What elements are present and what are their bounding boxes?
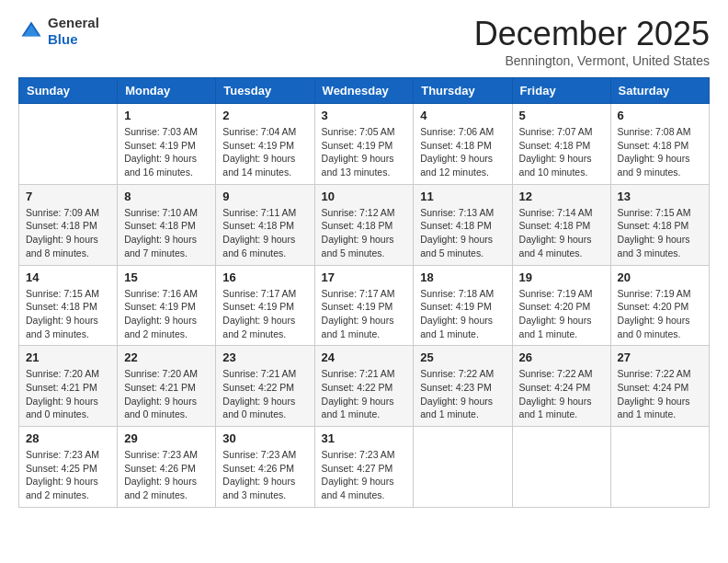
calendar-cell: 3Sunrise: 7:05 AMSunset: 4:19 PMDaylight… (314, 104, 414, 185)
day-info: Sunrise: 7:10 AMSunset: 4:18 PMDaylight:… (124, 206, 209, 260)
day-info: Sunrise: 7:11 AMSunset: 4:18 PMDaylight:… (222, 206, 307, 260)
day-info: Sunrise: 7:09 AMSunset: 4:18 PMDaylight:… (26, 206, 110, 260)
day-number: 30 (222, 431, 307, 445)
calendar-cell: 29Sunrise: 7:23 AMSunset: 4:26 PMDayligh… (118, 427, 216, 508)
day-info: Sunrise: 7:14 AMSunset: 4:18 PMDaylight:… (519, 206, 604, 260)
calendar-cell: 30Sunrise: 7:23 AMSunset: 4:26 PMDayligh… (216, 427, 314, 508)
day-number: 4 (420, 109, 505, 122)
calendar-cell: 27Sunrise: 7:22 AMSunset: 4:24 PMDayligh… (610, 346, 709, 427)
day-number: 11 (420, 190, 505, 203)
day-number: 14 (26, 270, 110, 284)
col-header-thursday: Thursday (414, 78, 512, 104)
day-info: Sunrise: 7:15 AMSunset: 4:18 PMDaylight:… (26, 287, 110, 341)
calendar-cell (19, 104, 118, 185)
day-info: Sunrise: 7:06 AMSunset: 4:18 PMDaylight:… (420, 125, 505, 179)
title-area: December 2025 Bennington, Vermont, Unite… (474, 15, 710, 68)
calendar-week-row: 28Sunrise: 7:23 AMSunset: 4:25 PMDayligh… (19, 427, 710, 508)
day-number: 26 (519, 350, 604, 364)
calendar-cell: 16Sunrise: 7:17 AMSunset: 4:19 PMDayligh… (216, 265, 314, 346)
day-info: Sunrise: 7:07 AMSunset: 4:18 PMDaylight:… (519, 125, 604, 179)
day-info: Sunrise: 7:19 AMSunset: 4:20 PMDaylight:… (618, 287, 702, 341)
day-number: 12 (519, 190, 604, 203)
calendar-cell: 7Sunrise: 7:09 AMSunset: 4:18 PMDaylight… (19, 184, 118, 265)
day-info: Sunrise: 7:03 AMSunset: 4:19 PMDaylight:… (124, 125, 209, 179)
day-info: Sunrise: 7:21 AMSunset: 4:22 PMDaylight:… (322, 367, 407, 421)
day-number: 21 (26, 350, 110, 364)
day-info: Sunrise: 7:04 AMSunset: 4:19 PMDaylight:… (222, 125, 307, 179)
calendar-cell: 5Sunrise: 7:07 AMSunset: 4:18 PMDaylight… (512, 104, 610, 185)
calendar-cell: 2Sunrise: 7:04 AMSunset: 4:19 PMDaylight… (216, 104, 314, 185)
day-info: Sunrise: 7:16 AMSunset: 4:19 PMDaylight:… (124, 287, 209, 341)
day-info: Sunrise: 7:21 AMSunset: 4:22 PMDaylight:… (222, 367, 307, 421)
day-number: 7 (26, 190, 110, 203)
day-number: 28 (26, 431, 110, 445)
page-header: General Blue December 2025 Bennington, V… (18, 15, 710, 68)
day-info: Sunrise: 7:23 AMSunset: 4:26 PMDaylight:… (222, 448, 307, 502)
calendar-cell: 25Sunrise: 7:22 AMSunset: 4:23 PMDayligh… (414, 346, 512, 427)
day-number: 17 (322, 270, 407, 284)
calendar-cell: 12Sunrise: 7:14 AMSunset: 4:18 PMDayligh… (512, 184, 610, 265)
day-info: Sunrise: 7:15 AMSunset: 4:18 PMDaylight:… (618, 206, 702, 260)
logo-icon (18, 18, 44, 44)
calendar-cell: 8Sunrise: 7:10 AMSunset: 4:18 PMDaylight… (118, 184, 216, 265)
calendar-cell (512, 427, 610, 508)
day-number: 20 (618, 270, 702, 284)
day-info: Sunrise: 7:20 AMSunset: 4:21 PMDaylight:… (26, 367, 110, 421)
day-info: Sunrise: 7:05 AMSunset: 4:19 PMDaylight:… (322, 125, 407, 179)
calendar-cell: 14Sunrise: 7:15 AMSunset: 4:18 PMDayligh… (19, 265, 118, 346)
calendar-cell: 10Sunrise: 7:12 AMSunset: 4:18 PMDayligh… (314, 184, 414, 265)
day-info: Sunrise: 7:08 AMSunset: 4:18 PMDaylight:… (618, 125, 702, 179)
calendar-week-row: 21Sunrise: 7:20 AMSunset: 4:21 PMDayligh… (19, 346, 710, 427)
calendar-cell: 15Sunrise: 7:16 AMSunset: 4:19 PMDayligh… (118, 265, 216, 346)
calendar-cell: 21Sunrise: 7:20 AMSunset: 4:21 PMDayligh… (19, 346, 118, 427)
day-info: Sunrise: 7:18 AMSunset: 4:19 PMDaylight:… (420, 287, 505, 341)
col-header-saturday: Saturday (610, 78, 709, 104)
calendar-cell (414, 427, 512, 508)
calendar-cell: 13Sunrise: 7:15 AMSunset: 4:18 PMDayligh… (610, 184, 709, 265)
location: Bennington, Vermont, United States (474, 53, 710, 68)
day-number: 23 (222, 350, 307, 364)
day-number: 1 (124, 109, 209, 122)
day-number: 5 (519, 109, 604, 122)
calendar-cell: 9Sunrise: 7:11 AMSunset: 4:18 PMDaylight… (216, 184, 314, 265)
day-info: Sunrise: 7:23 AMSunset: 4:27 PMDaylight:… (322, 448, 407, 502)
calendar-cell: 31Sunrise: 7:23 AMSunset: 4:27 PMDayligh… (314, 427, 414, 508)
day-number: 24 (322, 350, 407, 364)
calendar-cell: 19Sunrise: 7:19 AMSunset: 4:20 PMDayligh… (512, 265, 610, 346)
calendar-cell: 24Sunrise: 7:21 AMSunset: 4:22 PMDayligh… (314, 346, 414, 427)
calendar-cell: 26Sunrise: 7:22 AMSunset: 4:24 PMDayligh… (512, 346, 610, 427)
calendar-week-row: 1Sunrise: 7:03 AMSunset: 4:19 PMDaylight… (19, 104, 710, 185)
calendar-cell: 4Sunrise: 7:06 AMSunset: 4:18 PMDaylight… (414, 104, 512, 185)
day-info: Sunrise: 7:23 AMSunset: 4:25 PMDaylight:… (26, 448, 110, 502)
day-info: Sunrise: 7:12 AMSunset: 4:18 PMDaylight:… (322, 206, 407, 260)
calendar-cell: 11Sunrise: 7:13 AMSunset: 4:18 PMDayligh… (414, 184, 512, 265)
calendar-cell: 28Sunrise: 7:23 AMSunset: 4:25 PMDayligh… (19, 427, 118, 508)
day-info: Sunrise: 7:17 AMSunset: 4:19 PMDaylight:… (322, 287, 407, 341)
day-number: 8 (124, 190, 209, 203)
day-number: 2 (222, 109, 307, 122)
day-number: 19 (519, 270, 604, 284)
day-number: 3 (322, 109, 407, 122)
day-number: 16 (222, 270, 307, 284)
day-number: 18 (420, 270, 505, 284)
day-number: 15 (124, 270, 209, 284)
calendar-header-row: SundayMondayTuesdayWednesdayThursdayFrid… (19, 78, 710, 104)
col-header-sunday: Sunday (19, 78, 118, 104)
day-number: 27 (618, 350, 702, 364)
calendar-week-row: 14Sunrise: 7:15 AMSunset: 4:18 PMDayligh… (19, 265, 710, 346)
calendar-cell: 23Sunrise: 7:21 AMSunset: 4:22 PMDayligh… (216, 346, 314, 427)
logo: General Blue (18, 15, 99, 48)
calendar-cell: 18Sunrise: 7:18 AMSunset: 4:19 PMDayligh… (414, 265, 512, 346)
col-header-tuesday: Tuesday (216, 78, 314, 104)
calendar-cell: 20Sunrise: 7:19 AMSunset: 4:20 PMDayligh… (610, 265, 709, 346)
day-info: Sunrise: 7:20 AMSunset: 4:21 PMDaylight:… (124, 367, 209, 421)
calendar-cell: 17Sunrise: 7:17 AMSunset: 4:19 PMDayligh… (314, 265, 414, 346)
calendar-cell: 1Sunrise: 7:03 AMSunset: 4:19 PMDaylight… (118, 104, 216, 185)
day-number: 22 (124, 350, 209, 364)
calendar-table: SundayMondayTuesdayWednesdayThursdayFrid… (18, 77, 710, 508)
col-header-monday: Monday (118, 78, 216, 104)
day-info: Sunrise: 7:13 AMSunset: 4:18 PMDaylight:… (420, 206, 505, 260)
day-info: Sunrise: 7:19 AMSunset: 4:20 PMDaylight:… (519, 287, 604, 341)
day-number: 31 (322, 431, 407, 445)
calendar-cell: 22Sunrise: 7:20 AMSunset: 4:21 PMDayligh… (118, 346, 216, 427)
